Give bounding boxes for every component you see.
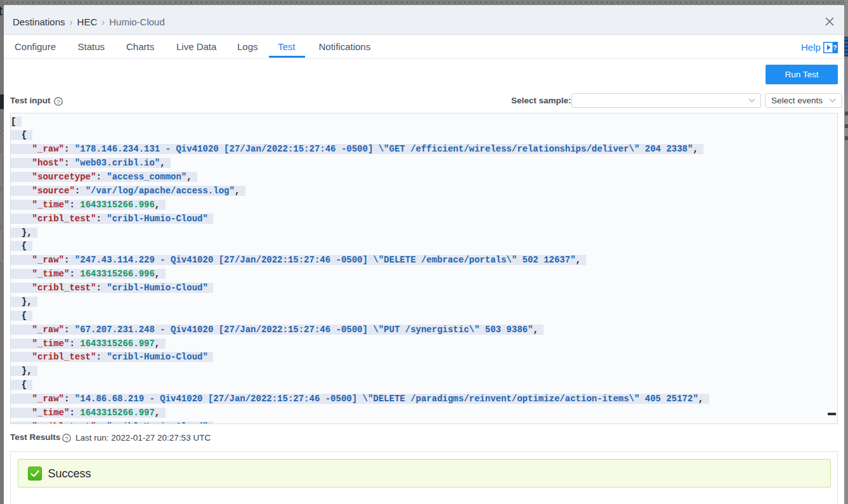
svg-text:?: ? (56, 98, 60, 105)
svg-text:?: ? (65, 435, 68, 442)
svg-text:?: ? (833, 44, 837, 51)
